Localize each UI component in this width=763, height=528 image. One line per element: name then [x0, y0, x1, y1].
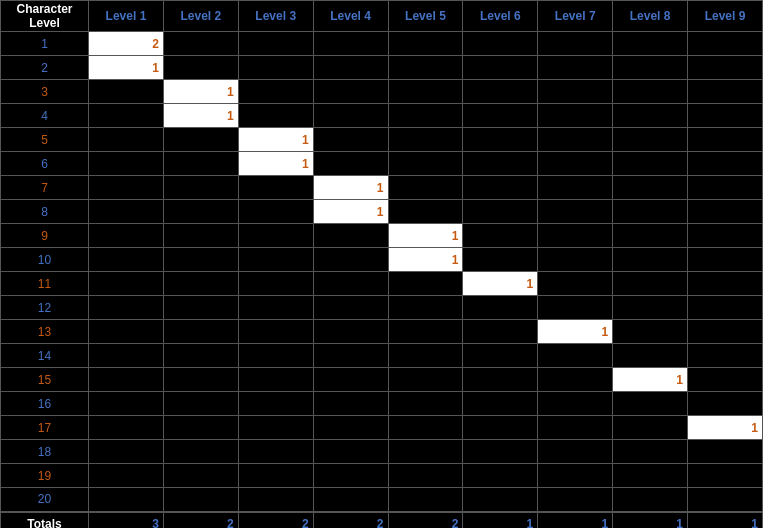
cell-r6-c3: 1	[313, 176, 388, 200]
row-label: 13	[1, 320, 89, 344]
cell-r12-c0	[89, 320, 164, 344]
cell-r8-c8	[688, 224, 763, 248]
cell-r1-c1	[163, 56, 238, 80]
col-header-6: Level 7	[538, 1, 613, 32]
table-row: 91	[1, 224, 763, 248]
row-label: 7	[1, 176, 89, 200]
row-label: 2	[1, 56, 89, 80]
cell-r1-c4	[388, 56, 463, 80]
cell-r19-c6	[538, 488, 613, 512]
cell-r6-c7	[613, 176, 688, 200]
totals-cell-1: 2	[163, 512, 238, 529]
cell-r16-c2	[238, 416, 313, 440]
cell-r5-c4	[388, 152, 463, 176]
col-header-8: Level 9	[688, 1, 763, 32]
cell-r6-c0	[89, 176, 164, 200]
cell-r3-c3	[313, 104, 388, 128]
cell-r15-c6	[538, 392, 613, 416]
cell-r14-c5	[463, 368, 538, 392]
cell-r10-c0	[89, 272, 164, 296]
cell-r3-c7	[613, 104, 688, 128]
cell-r5-c6	[538, 152, 613, 176]
cell-r15-c2	[238, 392, 313, 416]
cell-r15-c1	[163, 392, 238, 416]
table-row: 51	[1, 128, 763, 152]
row-label: 4	[1, 104, 89, 128]
table-row: 41	[1, 104, 763, 128]
cell-r2-c8	[688, 80, 763, 104]
cell-r2-c2	[238, 80, 313, 104]
cell-r17-c0	[89, 440, 164, 464]
cell-r18-c4	[388, 464, 463, 488]
cell-r4-c8	[688, 128, 763, 152]
cell-r3-c1: 1	[163, 104, 238, 128]
cell-r19-c3	[313, 488, 388, 512]
cell-r10-c8	[688, 272, 763, 296]
row-label: 11	[1, 272, 89, 296]
row-label: 8	[1, 200, 89, 224]
cell-r7-c1	[163, 200, 238, 224]
cell-r16-c8: 1	[688, 416, 763, 440]
cell-r18-c6	[538, 464, 613, 488]
cell-r0-c6	[538, 32, 613, 56]
cell-r15-c0	[89, 392, 164, 416]
table-row: 131	[1, 320, 763, 344]
cell-r18-c1	[163, 464, 238, 488]
cell-r12-c8	[688, 320, 763, 344]
table-row: 81	[1, 200, 763, 224]
cell-r19-c8	[688, 488, 763, 512]
cell-r4-c7	[613, 128, 688, 152]
row-label: 9	[1, 224, 89, 248]
totals-cell-2: 2	[238, 512, 313, 529]
table-row: 14	[1, 344, 763, 368]
cell-r3-c4	[388, 104, 463, 128]
table-row: 101	[1, 248, 763, 272]
row-label: 10	[1, 248, 89, 272]
table-row: 151	[1, 368, 763, 392]
row-label: 15	[1, 368, 89, 392]
cell-r0-c1	[163, 32, 238, 56]
totals-cell-8: 1	[688, 512, 763, 529]
cell-r12-c5	[463, 320, 538, 344]
cell-r7-c0	[89, 200, 164, 224]
cell-r12-c2	[238, 320, 313, 344]
cell-r14-c8	[688, 368, 763, 392]
cell-r16-c7	[613, 416, 688, 440]
row-label: 6	[1, 152, 89, 176]
cell-r5-c5	[463, 152, 538, 176]
totals-cell-4: 2	[388, 512, 463, 529]
table-row: 61	[1, 152, 763, 176]
cell-r5-c2: 1	[238, 152, 313, 176]
cell-r11-c3	[313, 296, 388, 320]
cell-r0-c3	[313, 32, 388, 56]
cell-r4-c2: 1	[238, 128, 313, 152]
table-row: 16	[1, 392, 763, 416]
col-header-3: Level 4	[313, 1, 388, 32]
totals-cell-3: 2	[313, 512, 388, 529]
cell-r5-c7	[613, 152, 688, 176]
cell-r8-c4: 1	[388, 224, 463, 248]
row-label: 12	[1, 296, 89, 320]
cell-r13-c7	[613, 344, 688, 368]
cell-r8-c2	[238, 224, 313, 248]
cell-r7-c8	[688, 200, 763, 224]
cell-r14-c0	[89, 368, 164, 392]
cell-r1-c8	[688, 56, 763, 80]
cell-r4-c3	[313, 128, 388, 152]
cell-r14-c1	[163, 368, 238, 392]
col-header-5: Level 6	[463, 1, 538, 32]
cell-r7-c3: 1	[313, 200, 388, 224]
cell-r3-c5	[463, 104, 538, 128]
cell-r18-c5	[463, 464, 538, 488]
cell-r2-c1: 1	[163, 80, 238, 104]
cell-r15-c3	[313, 392, 388, 416]
table-row: 71	[1, 176, 763, 200]
col-header-2: Level 3	[238, 1, 313, 32]
cell-r13-c0	[89, 344, 164, 368]
cell-r2-c0	[89, 80, 164, 104]
cell-r16-c3	[313, 416, 388, 440]
cell-r8-c7	[613, 224, 688, 248]
cell-r11-c8	[688, 296, 763, 320]
cell-r13-c6	[538, 344, 613, 368]
cell-r19-c2	[238, 488, 313, 512]
